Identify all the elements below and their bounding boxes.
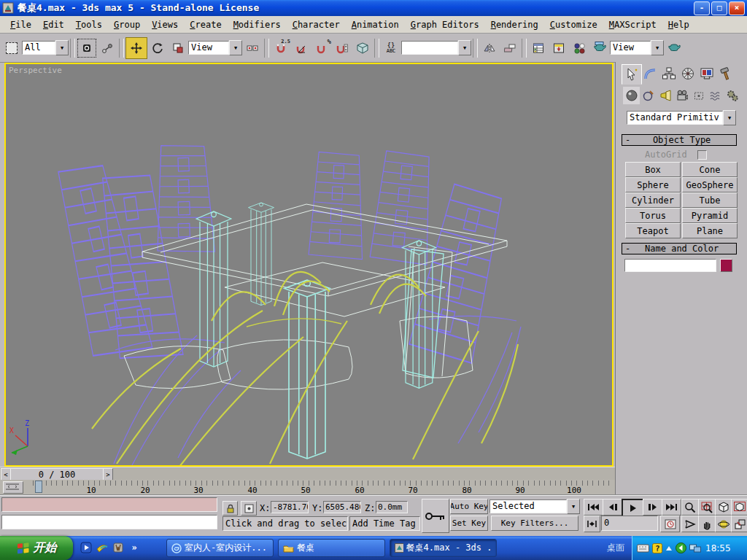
menu-maxscript[interactable]: MAXScript [603, 18, 662, 31]
zoom-extents-all-button[interactable] [731, 499, 747, 516]
perspective-viewport[interactable]: Perspective [4, 63, 614, 467]
green-player-tray-icon[interactable] [676, 542, 686, 553]
menu-character[interactable]: Character [287, 18, 346, 31]
network-tray-icon[interactable] [689, 544, 701, 553]
named-selection-dropdown[interactable]: ▼ [401, 40, 471, 55]
auto-key-button[interactable]: Auto Key [450, 499, 488, 514]
time-slider-handle[interactable]: 0 / 100 [10, 468, 104, 481]
render-scene-button[interactable] [589, 38, 610, 58]
zoom-extents-button[interactable] [715, 499, 732, 516]
subtab-lights[interactable] [657, 87, 673, 104]
menu-rendering[interactable]: Rendering [485, 18, 544, 31]
autogrid-checkbox[interactable] [697, 150, 707, 160]
tab-create[interactable] [622, 64, 642, 85]
select-object-button[interactable] [77, 38, 97, 58]
subtab-cameras[interactable] [673, 87, 690, 104]
y-coord-field[interactable]: 6505.486 [323, 501, 361, 513]
desktop-toolbar-label[interactable]: 桌面 [607, 542, 624, 554]
use-center-button[interactable] [242, 38, 263, 58]
track-bar[interactable]: 0 10 20 30 40 50 60 70 80 90 100 [0, 480, 615, 494]
subtab-geometry[interactable] [623, 87, 640, 104]
chevron-down-icon[interactable]: ▼ [651, 40, 664, 55]
tab-motion[interactable] [678, 64, 697, 83]
render-type-dropdown[interactable]: View ▼ [610, 40, 664, 55]
selection-lock-button[interactable] [222, 501, 238, 516]
percent-snap-button[interactable]: % [311, 38, 332, 58]
close-button[interactable]: × [729, 1, 745, 15]
image-viewer-icon[interactable] [95, 540, 109, 555]
layer-manager-button[interactable] [528, 38, 549, 58]
task-button-3dsmax[interactable]: 餐桌4.max - 3ds ... [390, 539, 497, 557]
select-and-rotate-button[interactable] [147, 38, 168, 58]
x-coord-field[interactable]: -8781.70 [271, 501, 309, 513]
tab-modify[interactable] [640, 64, 659, 83]
chevron-down-icon[interactable]: ▼ [458, 40, 471, 55]
winamp-icon[interactable] [111, 540, 125, 555]
angle-snap-button[interactable] [291, 38, 311, 58]
min-max-toggle-button[interactable] [731, 516, 747, 532]
time-step-forward-button[interactable]: > [103, 468, 113, 481]
subtab-systems[interactable] [724, 87, 740, 104]
curve-editor-button[interactable] [549, 38, 569, 58]
menu-modifiers[interactable]: Modifiers [228, 18, 287, 31]
object-name-field[interactable] [624, 259, 716, 272]
minimize-button[interactable]: - [694, 1, 710, 15]
object-type-torus-button[interactable]: Torus [625, 208, 681, 223]
object-type-pyramid-button[interactable]: Pyramid [682, 208, 738, 223]
task-button-folder[interactable]: 餐桌 [278, 539, 385, 557]
subtab-helpers[interactable] [690, 87, 707, 104]
add-time-tag[interactable]: Add Time Tag [349, 516, 420, 531]
pan-button[interactable] [698, 516, 716, 532]
mini-curve-editor-button[interactable] [3, 481, 23, 494]
trackbar-ruler[interactable]: 0 10 20 30 40 50 60 70 80 90 100 [31, 481, 612, 494]
set-key-mode-button[interactable] [422, 499, 449, 533]
time-step-back-button[interactable]: < [1, 468, 11, 481]
align-button[interactable] [500, 38, 520, 58]
object-type-box-button[interactable]: Box [625, 162, 681, 177]
maxscript-mini-listener[interactable] [1, 497, 217, 512]
menu-tools[interactable]: Tools [70, 18, 108, 31]
listener-field[interactable] [1, 515, 217, 529]
object-color-swatch[interactable] [720, 259, 732, 272]
chevron-down-icon[interactable]: ▼ [229, 40, 242, 55]
zoom-all-button[interactable] [698, 499, 716, 516]
keyboard-tray-icon[interactable] [637, 544, 649, 553]
play-button[interactable] [622, 499, 644, 517]
time-configuration-button[interactable] [660, 516, 680, 532]
object-type-geosphere-button[interactable]: GeoSphere [682, 177, 738, 192]
selection-filter-dropdown[interactable]: All ▼ [22, 40, 69, 55]
zoom-button[interactable] [681, 499, 699, 516]
go-to-start-button[interactable] [584, 499, 603, 516]
object-type-cylinder-button[interactable]: Cylinder [625, 192, 681, 208]
menu-animation[interactable]: Animation [346, 18, 405, 31]
object-type-sphere-button[interactable]: Sphere [625, 177, 681, 192]
arc-rotate-button[interactable] [715, 516, 732, 532]
object-type-teapot-button[interactable]: Teapot [625, 223, 681, 238]
maximize-button[interactable]: □ [711, 1, 727, 15]
select-and-move-button[interactable] [125, 37, 147, 59]
go-to-end-button[interactable] [662, 499, 681, 516]
menu-create[interactable]: Create [184, 18, 227, 31]
subtab-shapes[interactable] [640, 87, 657, 104]
chevron-down-icon[interactable]: ▼ [567, 499, 580, 514]
keyboard-override-button[interactable] [352, 38, 373, 58]
previous-frame-button[interactable] [603, 499, 622, 516]
field-of-view-button[interactable] [681, 516, 699, 532]
title-bar[interactable]: 餐桌4.max - 3ds max 5 - Stand-alone Licens… [0, 0, 747, 16]
object-type-rollout-header[interactable]: - Object Type [622, 134, 737, 146]
mirror-button[interactable] [479, 38, 500, 58]
reference-coordsys-dropdown[interactable]: View ▼ [188, 40, 242, 55]
absolute-offset-toggle[interactable] [241, 501, 257, 516]
menu-group[interactable]: Group [108, 18, 146, 31]
z-coord-field[interactable]: 0.0mm [376, 501, 408, 513]
spinner-snap-button[interactable] [332, 38, 352, 58]
task-button-browser[interactable]: 室内人-室内设计... [166, 539, 274, 557]
media-player-icon[interactable] [79, 540, 93, 555]
selection-region-button[interactable] [1, 38, 22, 58]
help-tray-icon[interactable]: ? [652, 543, 662, 553]
tab-hierarchy[interactable] [659, 64, 678, 83]
key-mode-toggle-button[interactable] [584, 516, 600, 532]
menu-help[interactable]: Help [662, 18, 695, 31]
key-mode-dropdown[interactable]: Selected ▼ [489, 499, 580, 514]
object-type-tube-button[interactable]: Tube [682, 192, 738, 208]
